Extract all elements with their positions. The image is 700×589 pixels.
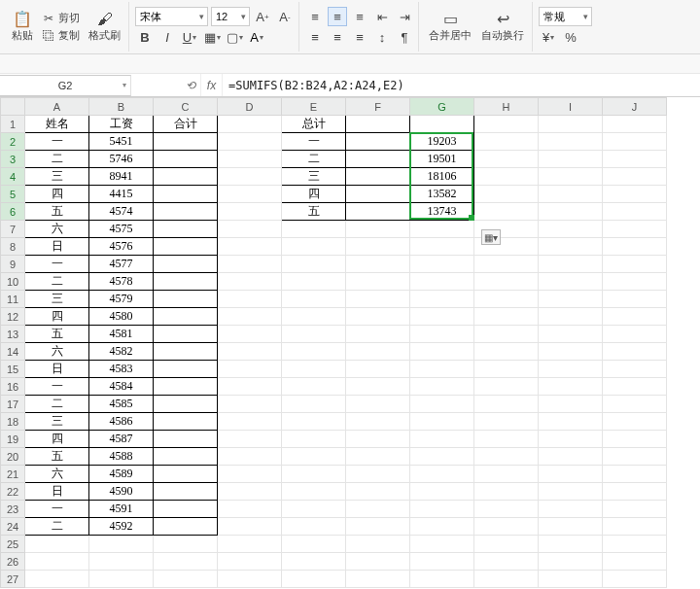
cell-J16[interactable] — [603, 378, 667, 396]
cell-A23[interactable]: 一 — [25, 501, 89, 518]
cell-I21[interactable] — [539, 466, 603, 483]
cell-E2[interactable]: 一 — [282, 133, 346, 151]
cell-J24[interactable] — [603, 518, 667, 536]
cell-G1[interactable] — [410, 116, 474, 133]
cell-E15[interactable] — [282, 361, 346, 378]
cell-F5[interactable] — [346, 186, 410, 203]
cell-C8[interactable] — [154, 238, 218, 256]
cell-G3[interactable]: 19501 — [410, 151, 474, 168]
cell-C5[interactable] — [154, 186, 218, 203]
align-top-button[interactable]: ≡ — [305, 7, 325, 26]
cell-E1[interactable]: 总计 — [282, 116, 346, 133]
cell-D25[interactable] — [218, 536, 282, 553]
cell-D8[interactable] — [218, 238, 282, 256]
cell-I7[interactable] — [539, 221, 603, 238]
cell-I26[interactable] — [539, 553, 603, 571]
cell-G22[interactable] — [410, 483, 474, 501]
column-header-A[interactable]: A — [25, 98, 89, 116]
cell-H16[interactable] — [474, 378, 539, 396]
cell-B16[interactable]: 4584 — [89, 378, 154, 396]
cell-J17[interactable] — [603, 396, 667, 413]
cell-H25[interactable] — [474, 536, 539, 553]
cell-D17[interactable] — [218, 396, 282, 413]
cell-I6[interactable] — [539, 203, 603, 221]
row-header-11[interactable]: 11 — [1, 291, 25, 308]
cell-D1[interactable] — [218, 116, 282, 133]
cell-J22[interactable] — [603, 483, 667, 501]
cell-D7[interactable] — [218, 221, 282, 238]
cell-C25[interactable] — [154, 536, 218, 553]
font-name-select[interactable]: 宋体 — [135, 7, 208, 26]
cell-H12[interactable] — [474, 308, 539, 326]
cell-F11[interactable] — [346, 291, 410, 308]
cell-I3[interactable] — [539, 151, 603, 168]
cell-E24[interactable] — [282, 518, 346, 536]
cell-F14[interactable] — [346, 343, 410, 361]
cell-I19[interactable] — [539, 431, 603, 448]
cell-G20[interactable] — [410, 448, 474, 466]
cell-D9[interactable] — [218, 256, 282, 273]
row-header-10[interactable]: 10 — [1, 273, 25, 291]
cell-B15[interactable]: 4583 — [89, 361, 154, 378]
cell-B14[interactable]: 4582 — [89, 343, 154, 361]
decrease-indent-button[interactable]: ⇤ — [372, 7, 392, 26]
font-size-select[interactable]: 12 — [211, 7, 250, 26]
cell-C12[interactable] — [154, 308, 218, 326]
cell-G10[interactable] — [410, 273, 474, 291]
cell-G6[interactable]: 13743 — [410, 203, 474, 221]
cell-B3[interactable]: 5746 — [89, 151, 154, 168]
cell-B23[interactable]: 4591 — [89, 501, 154, 518]
column-header-G[interactable]: G — [410, 98, 474, 116]
column-header-D[interactable]: D — [218, 98, 282, 116]
cell-D14[interactable] — [218, 343, 282, 361]
cell-E19[interactable] — [282, 431, 346, 448]
cell-B1[interactable]: 工资 — [89, 116, 154, 133]
cell-J25[interactable] — [603, 536, 667, 553]
cell-J2[interactable] — [603, 133, 667, 151]
row-header-7[interactable]: 7 — [1, 221, 25, 238]
cell-I2[interactable] — [539, 133, 603, 151]
cell-C15[interactable] — [154, 361, 218, 378]
cell-J6[interactable] — [603, 203, 667, 221]
cell-E8[interactable] — [282, 238, 346, 256]
cell-D18[interactable] — [218, 413, 282, 431]
cell-H5[interactable] — [474, 186, 539, 203]
cell-C14[interactable] — [154, 343, 218, 361]
cell-F6[interactable] — [346, 203, 410, 221]
cell-C10[interactable] — [154, 273, 218, 291]
cell-F17[interactable] — [346, 396, 410, 413]
cell-G4[interactable]: 18106 — [410, 168, 474, 186]
row-header-8[interactable]: 8 — [1, 238, 25, 256]
cell-H9[interactable] — [474, 256, 539, 273]
cell-E26[interactable] — [282, 553, 346, 571]
cell-H14[interactable] — [474, 343, 539, 361]
spreadsheet-grid[interactable]: ABCDEFGHIJ1姓名工资合计总计2一5451一192033二5746二19… — [0, 97, 700, 589]
cell-B4[interactable]: 8941 — [89, 168, 154, 186]
cell-A15[interactable]: 日 — [25, 361, 89, 378]
merge-center-button[interactable]: ▭ 合并居中 — [425, 10, 475, 45]
cell-D5[interactable] — [218, 186, 282, 203]
column-header-E[interactable]: E — [282, 98, 346, 116]
cell-B6[interactable]: 4574 — [89, 203, 154, 221]
cell-E17[interactable] — [282, 396, 346, 413]
cell-C19[interactable] — [154, 431, 218, 448]
cell-A22[interactable]: 日 — [25, 483, 89, 501]
cell-A21[interactable]: 六 — [25, 466, 89, 483]
format-painter-button[interactable]: 🖌 格式刷 — [85, 10, 124, 45]
currency-button[interactable]: ¥▾ — [539, 27, 558, 47]
number-format-select[interactable]: 常规 — [539, 7, 592, 26]
align-bottom-button[interactable]: ≡ — [350, 7, 369, 26]
cell-E20[interactable] — [282, 448, 346, 466]
cell-D6[interactable] — [218, 203, 282, 221]
column-header-B[interactable]: B — [89, 98, 154, 116]
cell-C3[interactable] — [154, 151, 218, 168]
cell-A4[interactable]: 三 — [25, 168, 89, 186]
cell-G7[interactable] — [410, 221, 474, 238]
cell-D16[interactable] — [218, 378, 282, 396]
cell-B18[interactable]: 4586 — [89, 413, 154, 431]
cell-F4[interactable] — [346, 168, 410, 186]
cell-J21[interactable] — [603, 466, 667, 483]
cell-B9[interactable]: 4577 — [89, 256, 154, 273]
cell-C9[interactable] — [154, 256, 218, 273]
cell-D10[interactable] — [218, 273, 282, 291]
